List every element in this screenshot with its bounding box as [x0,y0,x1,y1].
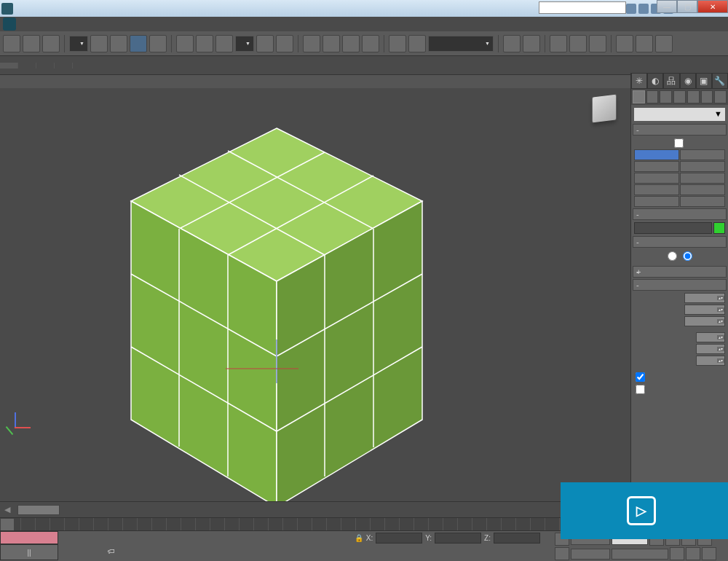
prim-cone[interactable] [680,149,725,160]
percent-snap-button[interactable] [342,35,360,52]
menu-edit[interactable] [20,23,29,26]
menu-tools[interactable] [31,23,39,26]
menu-view[interactable] [51,23,60,26]
prim-cylinder[interactable] [634,173,679,184]
subtab-lights[interactable] [660,90,672,103]
menu-maxscript[interactable] [122,23,131,26]
selection-lock-button[interactable] [389,35,406,52]
prim-sphere[interactable] [634,161,679,172]
setkey-button[interactable] [571,549,610,560]
tab-create[interactable]: ✳ [631,73,647,89]
nav-zoom-button[interactable] [686,547,700,560]
viewcube[interactable] [585,93,623,130]
lock-icon[interactable]: 🔒 [355,534,363,542]
category-dropdown[interactable]: ▼ [634,108,725,121]
scene-cube[interactable] [116,114,473,522]
select-button[interactable] [90,35,108,52]
rollout-creation-method[interactable] [633,236,727,248]
menu-group[interactable] [41,23,50,26]
redo-button[interactable] [23,35,40,52]
prim-plane[interactable] [680,196,725,207]
autogrid-checkbox[interactable] [674,138,684,148]
app-menu-icon[interactable] [3,17,16,31]
gen-coords-checkbox[interactable] [636,372,645,382]
named-selection-dropdown[interactable] [428,36,494,52]
subtab-cameras[interactable] [673,90,686,103]
menu-modifiers[interactable] [71,23,80,26]
subtab-spacewarps[interactable] [701,90,713,103]
menu-customize[interactable] [112,23,121,26]
viewport[interactable] [0,88,630,501]
link-button[interactable] [42,35,60,52]
ribbon-tab-selection[interactable] [36,63,55,68]
length-spinner[interactable] [684,293,725,303]
object-name-input[interactable] [634,222,712,234]
prim-box[interactable] [634,149,679,160]
width-spinner[interactable] [684,305,725,315]
rollout-name-color[interactable] [633,208,727,220]
angle-snap-button[interactable] [323,35,340,52]
hsegs-spinner[interactable] [696,356,725,366]
app-icon[interactable] [1,3,13,15]
menu-grapheditor[interactable] [92,23,100,26]
height-spinner[interactable] [684,316,725,326]
help-search-input[interactable] [539,1,626,14]
select-region-button[interactable] [130,35,147,52]
spinner-snap-button[interactable] [362,35,379,52]
minimize-button[interactable]: — [657,0,677,13]
refcoord-dropdown[interactable] [235,36,254,52]
subtab-shapes[interactable] [646,90,659,103]
ribbon-tab-graphite[interactable] [0,63,18,68]
tab-hierarchy[interactable]: 品 [663,73,679,89]
render-setup-button[interactable] [616,35,633,52]
curve-editor-button[interactable] [550,35,567,52]
radio-cube[interactable] [668,251,677,262]
pivot-button[interactable] [256,35,274,52]
schematic-view-button[interactable] [569,35,587,52]
script-mini-listener[interactable] [0,531,58,544]
realworld-checkbox[interactable] [636,385,645,394]
layers-button[interactable] [523,35,540,52]
keyfilter-button[interactable] [612,549,668,560]
rollout-params[interactable] [633,279,727,291]
tab-utilities[interactable]: 🔧 [712,73,728,89]
move-button[interactable] [176,35,194,52]
goto-end-button[interactable] [555,547,569,560]
wsegs-spinner[interactable] [696,344,725,354]
ribbon-sub[interactable] [0,75,728,88]
scale-button[interactable] [215,35,233,52]
prim-tube[interactable] [680,173,725,184]
selection-filter-dropdown[interactable] [69,36,88,52]
frame-indicator[interactable] [17,505,60,515]
signin-icon[interactable] [638,4,649,14]
prim-pyramid[interactable] [680,184,725,195]
undo-button[interactable] [3,35,20,52]
align-button[interactable] [503,35,521,52]
rotate-button[interactable] [196,35,213,52]
material-editor-button[interactable] [589,35,606,52]
prim-teapot[interactable] [634,196,679,207]
search-icon[interactable] [626,4,636,14]
close-button[interactable]: ✕ [697,0,728,13]
mirror-button[interactable] [408,35,426,52]
select-name-button[interactable] [110,35,127,52]
radio-box[interactable] [683,251,692,262]
render-button[interactable] [655,35,673,52]
coord-x[interactable] [376,533,422,544]
coord-z[interactable] [494,533,540,544]
ribbon-tab-paint[interactable] [55,63,73,68]
rollout-object-type[interactable] [633,124,727,136]
prim-torus[interactable] [634,184,679,195]
render-frame-button[interactable] [636,35,653,52]
rollout-keyboard[interactable]: + [633,266,727,278]
coord-y[interactable] [435,533,481,544]
time-tag-icon[interactable]: 🏷 [108,547,115,555]
prim-geosphere[interactable] [680,161,725,172]
select-manipulate-button[interactable] [276,35,293,52]
trackbar-config-button[interactable] [0,518,15,531]
menu-animation[interactable] [82,23,90,26]
menu-create[interactable] [61,23,70,26]
nav-pan-button[interactable] [670,547,684,560]
subtab-geometry[interactable] [633,90,645,103]
tab-modify[interactable]: ◐ [647,73,663,89]
